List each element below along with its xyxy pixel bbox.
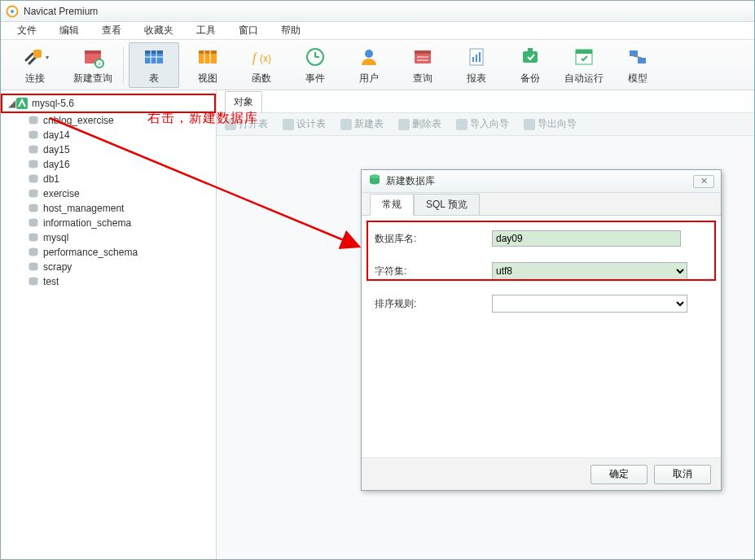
operation-icon [225,119,236,130]
database-item[interactable]: information_schema [27,216,216,230]
database-label: exercise [43,188,80,199]
tab-objects[interactable]: 对象 [225,91,262,112]
query-icon [411,44,434,70]
toolbar-plug-button[interactable]: ▾连接 [6,42,64,88]
database-icon [27,129,40,141]
database-icon [27,217,40,229]
svg-rect-13 [199,50,217,54]
tab-sql-preview[interactable]: SQL 预览 [414,194,480,216]
toolbar-model-button[interactable]: 模型 [612,42,663,88]
menu-item[interactable]: 收藏夹 [133,24,185,37]
ok-button[interactable]: 确定 [590,465,647,484]
svg-rect-34 [630,50,638,56]
svg-rect-28 [476,55,477,62]
operation-label: 打开表 [239,117,268,131]
operation-icon [398,119,410,130]
toolbar-query-button[interactable]: 查询 [397,42,448,88]
toolbar-fx-button[interactable]: f(x)函数 [236,42,287,88]
user-icon [358,44,380,70]
menu-item[interactable]: 窗口 [227,24,270,37]
ok-label: 确定 [609,468,629,479]
svg-rect-30 [523,51,538,63]
operation-item[interactable]: 导出向导 [524,117,577,131]
operation-item[interactable]: 设计表 [283,117,326,131]
database-icon [27,232,40,243]
operation-item[interactable]: 导入向导 [456,117,509,131]
app-logo-icon [6,5,19,18]
database-item[interactable]: exercise [27,186,216,201]
tab-general[interactable]: 常规 [370,194,414,216]
toolbar-report-button[interactable]: 报表 [451,42,502,88]
connection-node[interactable]: ◢ mysql-5.6 [1,94,216,113]
cancel-button[interactable]: 取消 [654,465,711,484]
app-title: Navicat Premium [24,6,98,17]
menu-item[interactable]: 工具 [185,24,227,37]
toolbar-clock-button[interactable]: 事件 [290,42,340,88]
database-label: day14 [43,129,70,141]
database-icon [27,261,40,273]
operation-icon [524,119,535,130]
backup-icon [519,44,542,70]
db-name-input[interactable] [492,230,681,247]
database-label: day16 [43,159,70,170]
database-item[interactable]: mysql [27,230,216,245]
toolbar-label: 连接 [25,72,45,85]
database-icon [368,173,381,189]
toolbar-label: 表 [149,72,159,85]
database-item[interactable]: host_management [27,201,216,216]
tab-sql-preview-label: SQL 预览 [426,199,467,210]
database-list: cnblog_exerciseday14day15day16db1exercis… [1,113,216,289]
toolbar-table-button[interactable]: 表 [129,42,179,88]
clock-icon [304,44,327,70]
operation-item[interactable]: 新建表 [340,117,384,131]
database-item[interactable]: performance_schema [27,245,216,260]
database-item[interactable]: scrapy [27,260,216,274]
sidebar: ◢ mysql-5.6 cnblog_exerciseday14day15day… [1,90,217,559]
dialog-body: 数据库名: 字符集: utf8 排序规则: [362,216,721,457]
database-label: scrapy [43,261,72,273]
toolbar-newquery-button[interactable]: +新建查询 [68,42,118,88]
svg-point-1 [11,10,14,13]
toolbar-label: 查询 [413,72,432,85]
toolbar-view-button[interactable]: 视图 [182,42,233,88]
operation-item[interactable]: 打开表 [225,117,268,131]
database-label: mysql [43,232,68,243]
svg-point-52 [370,175,380,179]
menu-item[interactable]: 查看 [90,24,133,37]
database-item[interactable]: day16 [27,157,216,172]
operation-bar: 打开表设计表新建表删除表导入向导导出向导 [217,113,754,136]
menubar: 文件编辑查看收藏夹工具窗口帮助 [1,22,754,40]
database-item[interactable]: db1 [27,172,216,186]
svg-rect-35 [638,58,646,63]
close-button[interactable]: ✕ [693,175,714,188]
toolbar-label: 备份 [520,72,540,85]
toolbar-label: 事件 [305,72,325,85]
svg-rect-4 [85,50,101,54]
row-charset: 字符集: utf8 [371,260,711,282]
dialog-titlebar: 新建数据库 ✕ [362,170,721,193]
database-item[interactable]: day14 [27,128,216,142]
menu-item[interactable]: 编辑 [48,24,90,37]
expand-arrow-icon[interactable]: ◢ [7,98,15,109]
operation-label: 导出向导 [538,117,577,131]
database-item[interactable]: cnblog_exercise [27,113,216,128]
toolbar-backup-button[interactable]: 备份 [505,42,555,88]
database-item[interactable]: day15 [27,142,216,157]
charset-select[interactable]: utf8 [492,262,687,280]
row-collation: 排序规则: [371,292,711,315]
menu-item[interactable]: 帮助 [270,24,312,37]
svg-text:+: + [98,60,102,68]
collation-select[interactable] [492,295,687,313]
database-icon [27,115,40,126]
operation-item[interactable]: 删除表 [398,117,441,131]
svg-text:(x): (x) [260,53,271,64]
toolbar-auto-button[interactable]: 自动运行 [559,42,609,88]
object-tab-bar: 对象 [217,90,754,113]
view-icon [196,44,219,70]
database-icon [27,144,40,155]
menu-item[interactable]: 文件 [6,24,48,37]
database-item[interactable]: test [27,274,216,289]
svg-rect-2 [33,50,42,58]
toolbar-user-button[interactable]: 用户 [344,42,394,88]
model-icon [626,44,649,70]
